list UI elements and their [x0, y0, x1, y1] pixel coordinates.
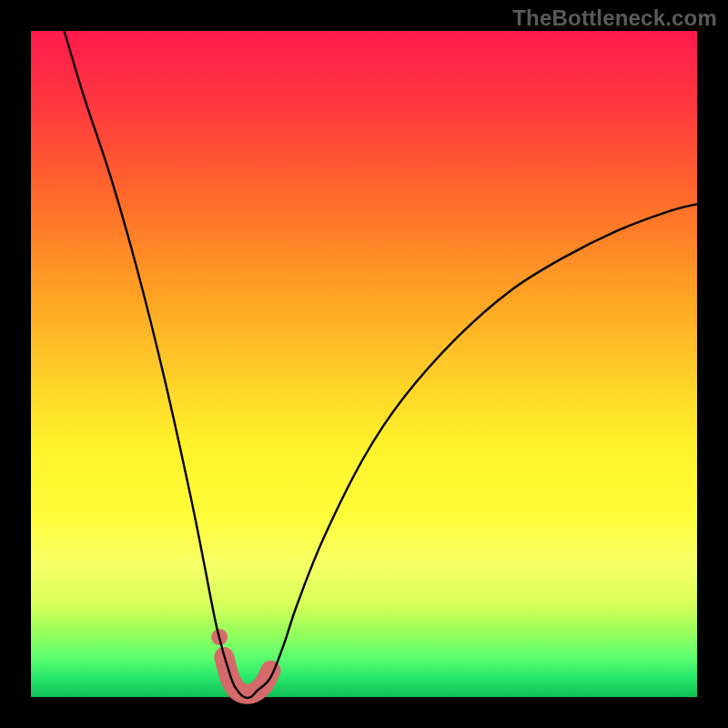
plot-area	[31, 31, 697, 697]
chart-frame: TheBottleneck.com	[0, 0, 728, 728]
watermark-text: TheBottleneck.com	[512, 5, 717, 31]
bottleneck-curve	[65, 31, 697, 698]
curve-layer	[31, 31, 697, 697]
